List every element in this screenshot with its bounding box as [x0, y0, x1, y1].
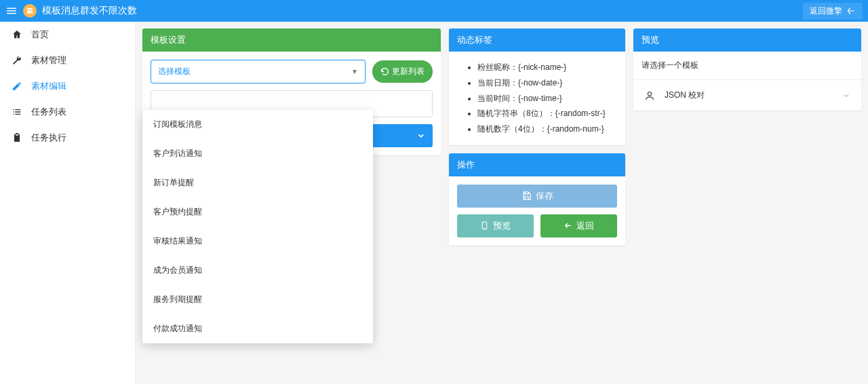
- phone-icon: [480, 221, 489, 230]
- list-icon: [11, 107, 23, 117]
- template-dropdown: 订阅模板消息客户到访通知新订单提醒客户预约提醒审核结果通知成为会员通知服务到期提…: [142, 110, 373, 343]
- back-label: 返回微擎: [810, 5, 842, 17]
- back-to-weiqing-button[interactable]: 返回微擎: [803, 3, 863, 20]
- menu-icon[interactable]: [5, 5, 18, 17]
- refresh-button[interactable]: 更新列表: [372, 60, 433, 83]
- chevron-down-icon: [842, 92, 850, 100]
- pencil-icon: [11, 81, 23, 92]
- save-button[interactable]: 保存: [457, 185, 617, 208]
- topbar-left: 模板消息群发不限次数: [5, 4, 803, 18]
- home-icon: [11, 29, 23, 40]
- main-content: 模板设置 选择模板 ▼ 更新列表: [136, 22, 868, 384]
- dropdown-option-6[interactable]: 服务到期提醒: [142, 285, 373, 314]
- back-label-action: 返回: [576, 220, 594, 232]
- refresh-icon: [380, 67, 389, 76]
- preview-panel-title: 预览: [633, 28, 861, 52]
- json-check-label: JSON 校对: [665, 90, 705, 101]
- preview-column: 预览 请选择一个模板 JSON 校对: [633, 28, 861, 111]
- tags-actions-column: 动态标签 粉丝昵称：{-nick-name-}当前日期：{-now-date-}…: [449, 28, 625, 246]
- dropdown-option-7[interactable]: 付款成功通知: [142, 314, 373, 343]
- topbar: 模板消息群发不限次数 返回微擎: [0, 0, 868, 22]
- app-title: 模板消息群发不限次数: [42, 5, 137, 17]
- sidebar-item-label: 素材管理: [31, 54, 66, 66]
- tag-item-3: 随机字符串（8位）：{-random-str-}: [477, 106, 617, 121]
- return-icon: [846, 6, 856, 16]
- select-placeholder: 选择模板: [158, 66, 191, 77]
- chevron-down-icon: ▼: [351, 68, 358, 75]
- json-check-row[interactable]: JSON 校对: [633, 80, 861, 111]
- dropdown-option-3[interactable]: 客户预约提醒: [142, 197, 373, 227]
- sidebar-item-label: 任务列表: [31, 106, 66, 118]
- dropdown-option-0[interactable]: 订阅模板消息: [142, 110, 373, 139]
- save-icon: [521, 191, 532, 201]
- actions-panel-title: 操作: [449, 153, 625, 176]
- sidebar-item-label: 任务执行: [31, 132, 66, 144]
- sidebar: 首页素材管理素材编辑任务列表任务执行: [0, 22, 136, 384]
- logo-badge: [23, 4, 37, 18]
- layout: 首页素材管理素材编辑任务列表任务执行 模板设置 选择模板 ▼: [0, 22, 868, 384]
- tag-item-1: 当前日期：{-now-date-}: [477, 75, 617, 91]
- tags-panel: 动态标签 粉丝昵称：{-nick-name-}当前日期：{-now-date-}…: [449, 28, 625, 145]
- preview-placeholder: 请选择一个模板: [633, 52, 861, 80]
- preview-button[interactable]: 预览: [457, 214, 534, 237]
- person-icon: [644, 90, 655, 101]
- refresh-label: 更新列表: [392, 66, 425, 77]
- tags-panel-title: 动态标签: [449, 28, 625, 52]
- clipboard-icon: [11, 132, 23, 143]
- preview-panel: 预览 请选择一个模板 JSON 校对: [633, 28, 861, 111]
- sidebar-item-2[interactable]: 素材编辑: [0, 73, 135, 99]
- dropdown-option-1[interactable]: 客户到访通知: [142, 139, 373, 168]
- sidebar-item-label: 首页: [31, 28, 49, 41]
- dropdown-option-5[interactable]: 成为会员通知: [142, 256, 373, 285]
- template-panel-title: 模板设置: [142, 28, 441, 52]
- sidebar-item-3[interactable]: 任务列表: [0, 99, 135, 125]
- template-column: 模板设置 选择模板 ▼ 更新列表: [142, 28, 441, 155]
- tag-item-4: 随机数字（4位）：{-random-num-}: [477, 121, 617, 137]
- preview-label: 预览: [493, 220, 511, 232]
- arrow-left-icon: [564, 221, 572, 230]
- actions-panel: 操作 保存: [449, 153, 625, 246]
- back-button[interactable]: 返回: [540, 214, 617, 237]
- sidebar-item-0[interactable]: 首页: [0, 22, 135, 47]
- svg-point-1: [648, 92, 651, 95]
- sidebar-item-1[interactable]: 素材管理: [0, 47, 135, 73]
- wrench-icon: [11, 55, 23, 66]
- sidebar-item-label: 素材编辑: [31, 80, 66, 92]
- sidebar-item-4[interactable]: 任务执行: [0, 125, 135, 151]
- tag-item-0: 粉丝昵称：{-nick-name-}: [477, 60, 617, 75]
- tag-list: 粉丝昵称：{-nick-name-}当前日期：{-now-date-}当前时间：…: [457, 60, 617, 137]
- tag-item-2: 当前时间：{-now-time-}: [477, 91, 617, 107]
- template-select[interactable]: 选择模板 ▼: [151, 60, 366, 83]
- chevron-down-icon: [416, 131, 426, 140]
- dropdown-option-2[interactable]: 新订单提醒: [142, 168, 373, 197]
- save-label: 保存: [536, 190, 553, 202]
- dropdown-option-4[interactable]: 审核结果通知: [142, 227, 373, 256]
